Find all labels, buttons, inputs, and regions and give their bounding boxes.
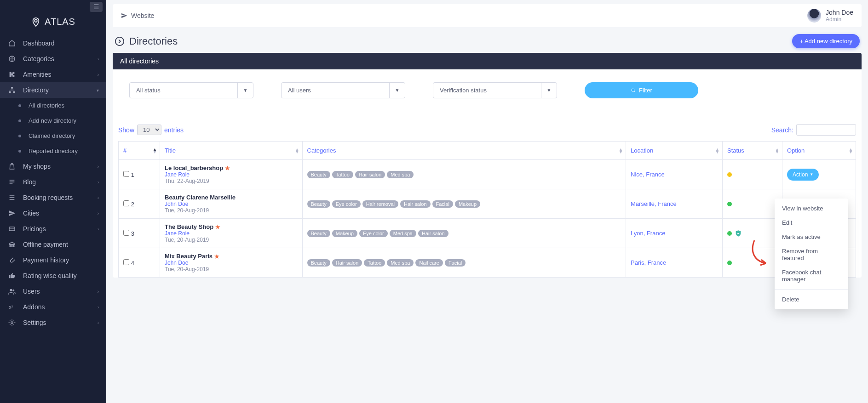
add-directory-button[interactable]: + Add new directory <box>792 34 860 48</box>
chevron-right-icon: › <box>98 289 99 294</box>
star-icon: ★ <box>214 253 219 260</box>
sidebar-subitem-all-directories[interactable]: All directories <box>0 98 106 113</box>
sidebar-subitem-reported-directory[interactable]: Reported directory <box>0 143 106 159</box>
sidebar-item-label: Addons <box>23 303 45 311</box>
location-link[interactable]: Paris, France <box>631 259 666 266</box>
chevron-right-icon: › <box>98 305 99 310</box>
svg-rect-3 <box>13 91 15 93</box>
row-checkbox[interactable] <box>123 230 129 236</box>
website-link[interactable]: Website <box>121 12 154 19</box>
chevron-down-icon: ▼ <box>541 83 557 98</box>
filter-button[interactable]: Filter <box>585 82 698 98</box>
sidebar-item-amenities[interactable]: Amenities› <box>0 67 106 82</box>
panel-title: All directories <box>113 53 862 69</box>
row-user-link[interactable]: John Doe <box>165 201 298 207</box>
row-number: 4 <box>131 260 134 267</box>
thumb-icon <box>7 272 17 279</box>
sidebar-item-dashboard[interactable]: Dashboard <box>0 35 106 51</box>
sidebar-item-users[interactable]: Users› <box>0 284 106 299</box>
app-logo[interactable]: ATLAS <box>0 14 106 35</box>
chevron-right-icon: › <box>98 164 99 169</box>
row-checkbox[interactable] <box>123 171 129 177</box>
sidebar-item-label: Categories <box>23 55 54 62</box>
dot-icon <box>18 119 21 122</box>
sidebar-item-addons[interactable]: x²Addons› <box>0 299 106 315</box>
category-badge: Facial <box>432 200 453 208</box>
sidebar-item-label: Users <box>23 288 40 295</box>
user-menu[interactable]: John Doe Admin <box>807 9 853 23</box>
column--[interactable]: #▲▼ <box>119 142 160 160</box>
chevron-right-icon: › <box>98 320 99 325</box>
dropdown-item-view-in-website[interactable]: View in website <box>775 201 848 216</box>
table-row: 2Beauty Clarene MarseilleJohn DoeTue, 20… <box>119 189 856 219</box>
sidebar-item-offline-payment[interactable]: Offline payment <box>0 237 106 252</box>
filter-users[interactable]: All users ▼ <box>281 82 405 98</box>
menu-toggle-icon[interactable]: ☰ <box>90 2 103 12</box>
chevron-right-icon: › <box>98 195 99 200</box>
action-button[interactable]: Action▼ <box>787 169 819 181</box>
category-badge: Eye color <box>332 200 361 208</box>
sidebar-item-payment-history[interactable]: Payment history <box>0 252 106 268</box>
chevron-right-icon: › <box>98 180 99 185</box>
dot-icon <box>18 135 21 137</box>
row-checkbox[interactable] <box>123 259 129 265</box>
dropdown-item-mark-as-active[interactable]: Mark as active <box>775 230 848 244</box>
sidebar-item-pricings[interactable]: Pricings› <box>0 221 106 237</box>
column-option[interactable]: Option▲▼ <box>782 142 856 160</box>
column-location[interactable]: Location▲▼ <box>626 142 723 160</box>
sidebar-item-rating-wise-quality[interactable]: Rating wise quality <box>0 268 106 284</box>
row-user-link[interactable]: Jane Roie <box>165 171 298 178</box>
row-checkbox[interactable] <box>123 200 129 206</box>
dropdown-item-edit[interactable]: Edit <box>775 216 848 230</box>
row-date: Tue, 20-Aug-2019 <box>165 237 298 243</box>
row-number: 1 <box>131 171 134 178</box>
sidebar-item-directory[interactable]: Directory▾ <box>0 82 106 98</box>
row-user-link[interactable]: Jane Roie <box>165 230 298 237</box>
sidebar-item-label: Rating wise quality <box>23 272 77 279</box>
home-icon <box>7 40 17 47</box>
status-dot <box>727 231 732 236</box>
column-title[interactable]: Title▲▼ <box>160 142 303 160</box>
sidebar-item-label: Directory <box>23 86 49 94</box>
sidebar-item-blog[interactable]: Blog› <box>0 174 106 190</box>
sidebar-item-categories[interactable]: Categories› <box>0 51 106 67</box>
location-link[interactable]: Nice, France <box>631 171 665 178</box>
sidebar-item-label: Pricings <box>23 225 46 233</box>
send-icon <box>121 12 127 19</box>
sidebar-subitem-label: All directories <box>29 102 64 109</box>
dropdown-item-remove-from-featured[interactable]: Remove from featured <box>775 244 848 265</box>
entries-select[interactable]: 10 <box>137 125 161 135</box>
filter-status[interactable]: All status ▼ <box>129 82 253 98</box>
sort-icon: ▲▼ <box>153 148 157 153</box>
sidebar-item-cities[interactable]: Cities› <box>0 205 106 221</box>
status-dot <box>727 261 732 265</box>
location-link[interactable]: Marseille, France <box>631 200 677 207</box>
send-icon <box>7 210 17 217</box>
sidebar-item-label: My shops <box>23 163 51 170</box>
column-categories[interactable]: Categories▲▼ <box>302 142 626 160</box>
column-status[interactable]: Status▲▼ <box>723 142 782 160</box>
filter-verification[interactable]: Verification status ▼ <box>433 82 557 98</box>
sidebar-item-settings[interactable]: Settings› <box>0 315 106 330</box>
search-input[interactable] <box>796 124 856 136</box>
svg-text:x²: x² <box>9 304 13 310</box>
category-badge: Beauty <box>307 200 330 208</box>
sidebar-item-booking-requests[interactable]: Booking requests› <box>0 190 106 205</box>
sidebar-item-my-shops[interactable]: My shops› <box>0 159 106 174</box>
dropdown-item-delete[interactable]: Delete <box>775 292 848 307</box>
category-badge: Makeup <box>332 230 357 237</box>
website-link-label: Website <box>131 12 154 19</box>
dropdown-item-facebook-chat-manager[interactable]: Facebook chat manager <box>775 265 848 286</box>
row-number: 3 <box>131 230 134 237</box>
row-user-link[interactable]: John Doe <box>165 260 298 266</box>
bank-icon <box>7 241 17 248</box>
category-badge: Hair salon <box>400 200 431 208</box>
shield-icon <box>735 230 742 237</box>
location-link[interactable]: Lyon, France <box>631 230 665 237</box>
sidebar-subitem-claimed-directory[interactable]: Claimed directory <box>0 128 106 143</box>
search-label: Search: <box>771 126 793 134</box>
chevron-down-icon: ▼ <box>237 83 253 98</box>
category-badge: Med spa <box>387 171 414 178</box>
sidebar-subitem-add-new-directory[interactable]: Add new directory <box>0 113 106 128</box>
puzzle-icon <box>7 71 17 78</box>
